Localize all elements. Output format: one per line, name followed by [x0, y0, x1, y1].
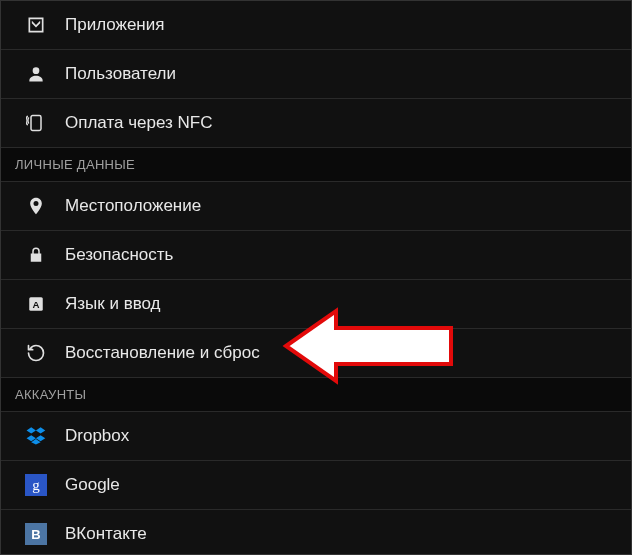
- apps-icon: [25, 14, 47, 36]
- section-header-personal: ЛИЧНЫЕ ДАННЫЕ: [1, 148, 631, 182]
- settings-item-label: Dropbox: [65, 426, 129, 446]
- settings-item-users[interactable]: Пользователи: [1, 50, 631, 99]
- dropbox-icon: [25, 425, 47, 447]
- settings-item-vkontakte[interactable]: В ВКонтакте: [1, 510, 631, 555]
- settings-item-security[interactable]: Безопасность: [1, 231, 631, 280]
- settings-item-label: Местоположение: [65, 196, 201, 216]
- language-icon: A: [25, 293, 47, 315]
- svg-rect-1: [31, 116, 41, 131]
- nfc-icon: [25, 112, 47, 134]
- settings-item-label: Google: [65, 475, 120, 495]
- section-header-label: АККАУНТЫ: [15, 387, 86, 402]
- location-icon: [25, 195, 47, 217]
- settings-item-label: Пользователи: [65, 64, 176, 84]
- settings-item-google[interactable]: g Google: [1, 461, 631, 510]
- users-icon: [25, 63, 47, 85]
- section-header-label: ЛИЧНЫЕ ДАННЫЕ: [15, 157, 135, 172]
- lock-icon: [25, 244, 47, 266]
- svg-point-0: [33, 67, 40, 74]
- settings-item-apps[interactable]: Приложения: [1, 1, 631, 50]
- settings-item-label: Оплата через NFC: [65, 113, 213, 133]
- settings-item-label: Безопасность: [65, 245, 173, 265]
- settings-item-label: Язык и ввод: [65, 294, 161, 314]
- settings-item-label: Восстановление и сброс: [65, 343, 260, 363]
- svg-text:A: A: [32, 299, 39, 310]
- settings-list: Приложения Пользователи Оплата через NFC…: [1, 1, 631, 555]
- settings-item-dropbox[interactable]: Dropbox: [1, 412, 631, 461]
- settings-item-label: Приложения: [65, 15, 164, 35]
- settings-item-backup-reset[interactable]: Восстановление и сброс: [1, 329, 631, 378]
- settings-item-label: ВКонтакте: [65, 524, 147, 544]
- settings-item-language[interactable]: A Язык и ввод: [1, 280, 631, 329]
- section-header-accounts: АККАУНТЫ: [1, 378, 631, 412]
- vkontakte-icon: В: [25, 523, 47, 545]
- restore-icon: [25, 342, 47, 364]
- google-icon: g: [25, 474, 47, 496]
- settings-item-location[interactable]: Местоположение: [1, 182, 631, 231]
- settings-item-nfc-payment[interactable]: Оплата через NFC: [1, 99, 631, 148]
